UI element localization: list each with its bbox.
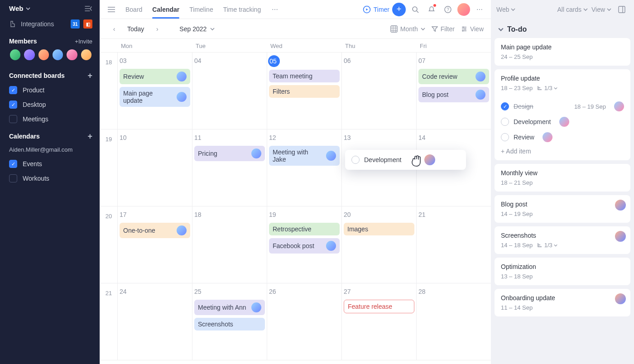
calendar-cell[interactable]: 19RetrospectiveFacebook post	[267, 206, 341, 283]
avatar[interactable]	[52, 48, 64, 61]
calendar-cell[interactable]: 18	[192, 206, 267, 283]
calendar-cell[interactable]: 10	[117, 129, 192, 206]
workspace-switcher[interactable]: Web	[9, 5, 30, 12]
calendar-event[interactable]: Meeting with Jake	[269, 146, 340, 166]
tab-board[interactable]: Board	[125, 1, 142, 18]
chevron-down-icon[interactable]	[498, 27, 504, 32]
calendar-cell[interactable]: 05Team meetingFilters	[267, 53, 341, 129]
calendar-event[interactable]: Meeting with Ann	[194, 300, 265, 315]
today-button[interactable]: Today	[127, 25, 144, 33]
view-options-button[interactable]: View	[461, 25, 484, 33]
calendar-cell[interactable]: 04	[192, 53, 267, 129]
calendar-event[interactable]: Main page update	[120, 87, 190, 107]
tab-time-tracking[interactable]: Time tracking	[223, 1, 261, 18]
sidebar-board-item[interactable]: Product	[0, 83, 100, 97]
prev-month-icon[interactable]: ‹	[107, 22, 121, 36]
avatar[interactable]	[80, 48, 92, 61]
google-calendar-icon[interactable]: 31	[71, 19, 80, 29]
checkbox-icon[interactable]	[9, 160, 17, 168]
calendar-cell[interactable]: 03ReviewMain page update	[117, 53, 192, 129]
calendar-event[interactable]: Pricing	[194, 146, 265, 161]
calendar-event[interactable]: Code review	[418, 69, 489, 84]
more-menu-icon[interactable]: ⋯	[473, 3, 486, 16]
sidebar-board-item[interactable]: Desktop	[0, 97, 100, 112]
collapse-panel-icon[interactable]	[615, 3, 629, 16]
calendar-event[interactable]: Review	[120, 69, 190, 84]
cards-filter[interactable]: All cards	[557, 6, 588, 13]
checkbox-icon[interactable]	[9, 86, 17, 94]
calendar-event[interactable]: Facebook post	[269, 238, 340, 254]
subtask-row[interactable]: Design18 – 19 Sep	[501, 99, 624, 114]
invite-link[interactable]: +Invite	[75, 38, 92, 45]
sidebar-board-item[interactable]: Meetings	[0, 112, 100, 126]
avatar[interactable]	[23, 48, 35, 61]
checkbox-icon[interactable]	[9, 101, 17, 109]
calendar-cell[interactable]: 28	[416, 283, 491, 360]
month-picker[interactable]: Sep 2022	[179, 25, 215, 33]
todo-card[interactable]: Profile update18 – 23 Sep 1/3 Design18 –…	[495, 69, 630, 160]
timer-button[interactable]: Timer	[363, 5, 389, 14]
calendar-event[interactable]: Images	[344, 223, 414, 235]
todo-card[interactable]: Onboarding update11 – 14 Sep	[495, 289, 630, 316]
add-calendar-button[interactable]: +	[87, 133, 92, 139]
avatar[interactable]	[66, 48, 78, 61]
day-number: 10	[120, 132, 190, 143]
calendar-cell[interactable]: 12Meeting with Jake	[267, 129, 341, 206]
checkbox-icon[interactable]	[9, 174, 17, 182]
tab-timeline[interactable]: Timeline	[189, 1, 213, 18]
next-month-icon[interactable]: ›	[150, 22, 164, 36]
sidebar-calendar-item[interactable]: Events	[0, 157, 100, 171]
calendar-event[interactable]: One-to-one	[120, 223, 190, 238]
avatar[interactable]	[38, 48, 50, 61]
avatar[interactable]	[9, 48, 21, 61]
menu-icon[interactable]	[105, 3, 118, 16]
todo-card[interactable]: Monthly view18 – 21 Sep	[495, 164, 630, 192]
calendar-cell[interactable]: 20Images	[341, 206, 416, 283]
collapse-sidebar-icon[interactable]	[84, 5, 92, 12]
todo-card[interactable]: Screenshots14 – 18 Sep 1/3	[495, 226, 630, 254]
calendar-event[interactable]: Blog post	[418, 87, 489, 102]
add-button[interactable]: +	[392, 3, 406, 16]
check-circle-icon[interactable]	[501, 133, 509, 141]
subtask-row[interactable]: Review	[501, 129, 624, 145]
user-avatar[interactable]	[457, 3, 470, 16]
check-circle-icon[interactable]	[501, 118, 509, 126]
office-icon[interactable]: ◧	[83, 19, 92, 29]
more-icon[interactable]: ⋯	[268, 3, 282, 16]
dragging-card[interactable]: Development	[345, 150, 466, 170]
add-subtask-button[interactable]: + Add item	[501, 145, 624, 155]
todo-card[interactable]: Main page update24 – 25 Sep	[495, 38, 630, 66]
calendar-event[interactable]: Screenshots	[194, 318, 265, 330]
calendar-cell[interactable]: 21	[416, 206, 491, 283]
check-circle-icon[interactable]	[501, 102, 509, 110]
subtask-row[interactable]: Development	[501, 114, 624, 129]
calendar-cell[interactable]: 07Code reviewBlog post	[416, 53, 491, 129]
panel-workspace-picker[interactable]: Web	[496, 6, 515, 13]
calendar-cell[interactable]: 25Meeting with AnnScreenshots	[192, 283, 267, 360]
calendar-event[interactable]: Feature release	[344, 300, 414, 313]
add-board-button[interactable]: +	[87, 72, 92, 79]
checkbox-icon[interactable]	[9, 115, 17, 123]
calendar-event[interactable]: Team meeting	[269, 70, 340, 82]
panel-view-button[interactable]: View	[591, 6, 611, 13]
tab-calendar[interactable]: Calendar	[152, 1, 179, 18]
calendar-cell[interactable]: 17One-to-one	[117, 206, 192, 283]
event-title: Main page update	[123, 90, 174, 104]
calendar-event[interactable]: Retrospective	[269, 223, 340, 235]
calendar-cell[interactable]: 27Feature release	[341, 283, 416, 360]
todo-card[interactable]: Blog post14 – 19 Sep	[495, 195, 630, 223]
range-picker[interactable]: Month	[390, 25, 425, 33]
calendar-cell[interactable]: 11Pricing	[192, 129, 267, 206]
todo-card[interactable]: Optimization13 – 18 Sep	[495, 258, 630, 285]
calendar-cell[interactable]: 26	[267, 283, 341, 360]
notifications-icon[interactable]	[425, 3, 438, 16]
sidebar-calendar-item[interactable]: Workouts	[0, 171, 100, 186]
filter-button[interactable]: Filter	[432, 25, 455, 33]
calendar-cell[interactable]: 24	[117, 283, 192, 360]
search-icon[interactable]	[408, 3, 422, 16]
integrations-label[interactable]: Integrations	[21, 20, 54, 28]
help-icon[interactable]: ?	[441, 3, 455, 16]
calendar-event[interactable]: Filters	[269, 85, 340, 98]
subtask-count: 1/3	[537, 242, 557, 249]
calendar-cell[interactable]: 06	[341, 53, 416, 129]
